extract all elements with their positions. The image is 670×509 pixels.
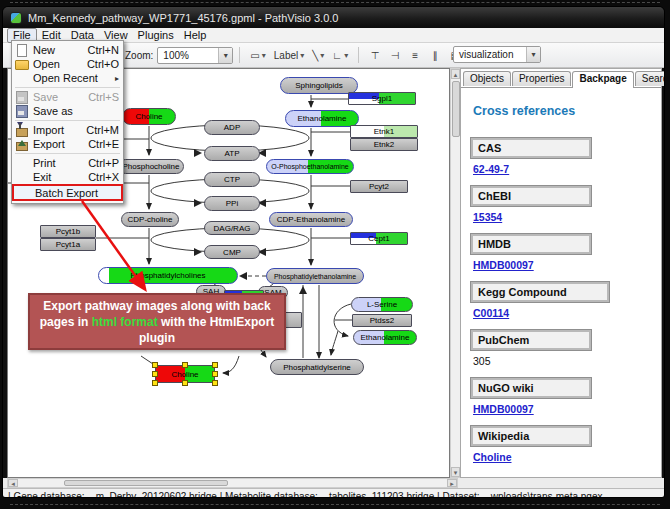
pathway-node-phosphatidylcholines[interactable]: Phosphatidylcholines	[98, 267, 238, 284]
file-menu-item-batch-export[interactable]: Batch Export	[12, 184, 123, 201]
file-menu-item-exit[interactable]: ExitCtrl+X	[12, 170, 123, 184]
no-icon	[17, 187, 31, 199]
pathway-node-cdp-choline[interactable]: CDP-choline	[121, 212, 179, 227]
selection-handle[interactable]	[212, 362, 218, 368]
saveas-icon	[15, 105, 29, 117]
menu-separator	[15, 87, 120, 88]
chevron-down-icon[interactable]: ▾	[262, 51, 266, 60]
datanode-tool[interactable]: ▭▾	[247, 46, 268, 64]
title-bar[interactable]: Mm_Kennedy_pathway_WP1771_45176.gpml - P…	[3, 7, 664, 28]
scroll-down-icon[interactable]: ▾	[451, 467, 460, 477]
pathway-node-cmp[interactable]: CMP	[204, 245, 260, 259]
pathway-node-adp[interactable]: ADP	[204, 120, 260, 135]
node-label: ADP	[224, 123, 240, 132]
cross-references-heading: Cross references	[473, 104, 651, 118]
pathway-node-pcyt2[interactable]: Pcyt2	[350, 180, 408, 193]
connector-tool[interactable]: ∟▾	[329, 46, 351, 64]
vertical-scroll-thumb[interactable]	[452, 81, 460, 137]
xref-link-cas[interactable]: 62-49-7	[473, 163, 651, 175]
chevron-down-icon[interactable]: ▾	[320, 51, 324, 60]
scroll-left-icon[interactable]: ◂	[8, 479, 18, 487]
pathway-node-ppi[interactable]: PPi	[204, 196, 260, 211]
selection-handle[interactable]	[182, 362, 188, 368]
file-menu-item-import[interactable]: ImportCtrl+M	[12, 123, 123, 137]
tab-objects[interactable]: Objects	[463, 71, 511, 86]
selection-handle[interactable]	[152, 362, 158, 368]
pathway-node-dag-rag[interactable]: DAG/RAG	[204, 221, 260, 235]
pathway-node-phosphocholine[interactable]: Phosphocholine	[118, 159, 184, 174]
pathway-node-o-phosphoethanolamine[interactable]: O-Phosphoethanolamine	[266, 159, 354, 174]
pathway-node-sphingolipids[interactable]: Sphingolipids	[280, 77, 358, 94]
file-menu-item-new[interactable]: NewCtrl+N	[12, 43, 123, 57]
node-label: Cept1	[368, 234, 389, 243]
menubar-item-plugins[interactable]: Plugins	[133, 29, 179, 42]
pathway-node-ethanolamine[interactable]: Ethanolamine	[353, 330, 417, 345]
selection-handle[interactable]	[152, 371, 158, 377]
menu-item-label: Open Recent	[33, 72, 109, 84]
pathway-node-cept1[interactable]: Cept1	[350, 232, 408, 245]
pathway-node-atp[interactable]: ATP	[204, 146, 260, 161]
xref-link-nugo-wiki[interactable]: HMDB00097	[473, 403, 651, 415]
pathway-node-pcyt1a[interactable]: Pcyt1a	[40, 238, 96, 251]
node-label: Etnk2	[374, 140, 394, 149]
pathway-node-choline[interactable]: Choline	[122, 108, 176, 125]
align-middle-icon[interactable]: ⊣	[386, 46, 404, 64]
pathway-node-l-serine[interactable]: L-Serine	[351, 297, 413, 312]
xref-link-kegg-compound[interactable]: C00114	[473, 307, 651, 319]
visualization-combobox[interactable]: visualization ▾	[453, 46, 541, 63]
horizontal-scroll-thumb[interactable]	[64, 480, 228, 486]
file-menu-item-save-as[interactable]: Save as	[12, 104, 123, 118]
line-tool[interactable]: ╲▾	[309, 46, 327, 64]
cross-references-list: CAS62-49-7ChEBI15354HMDBHMDB00097Kegg Co…	[471, 138, 651, 463]
tab-backpage[interactable]: Backpage	[572, 71, 633, 88]
scroll-right-icon[interactable]: ▸	[447, 479, 457, 487]
xref-link-chebi[interactable]: 15354	[473, 211, 651, 223]
pathway-node-ptdss2[interactable]: Ptdss2	[352, 314, 412, 327]
canvas-horizontal-scrollbar[interactable]: ◂ ▸	[7, 478, 458, 488]
scroll-up-icon[interactable]: ▴	[451, 69, 460, 79]
selection-handle[interactable]	[152, 380, 158, 386]
align-center-icon[interactable]: ⊤	[366, 46, 384, 64]
chevron-down-icon[interactable]: ▾	[218, 48, 232, 63]
stack-rows-icon[interactable]: ≡	[406, 46, 424, 64]
pathway-node-sgpl1[interactable]: Sgpl1	[348, 92, 416, 105]
chevron-down-icon[interactable]: ▾	[344, 51, 348, 60]
file-menu-item-save[interactable]: SaveCtrl+S	[12, 90, 123, 104]
pathway-node-cdp-ethanolamine[interactable]: CDP-Ethanolamine	[269, 212, 353, 227]
zoom-combobox[interactable]: 100% ▾	[157, 47, 233, 64]
node-label: Phosphocholine	[123, 162, 180, 171]
node-label: Pcyt1a	[56, 240, 80, 249]
selection-handle[interactable]	[212, 380, 218, 386]
chevron-down-icon[interactable]: ▾	[300, 51, 304, 60]
file-menu-item-open-recent[interactable]: Open Recent▸	[12, 71, 123, 85]
pathway-node-phosphatidylserine[interactable]: Phosphatidylserine	[270, 359, 364, 375]
pathway-node-etnk1[interactable]: Etnk1	[350, 125, 418, 138]
pathway-node-phosphatidylethanolamine[interactable]: Phosphatidylethanolamine	[266, 268, 364, 284]
stack-columns-icon[interactable]: ∥	[426, 46, 444, 64]
menubar-item-help[interactable]: Help	[179, 29, 212, 42]
label-tool[interactable]: Label▾	[271, 46, 307, 64]
pathway-node-ethanolamine[interactable]: Ethanolamine	[285, 110, 359, 127]
file-menu-item-open[interactable]: OpenCtrl+O	[12, 57, 123, 71]
node-label: Ethanolamine	[361, 333, 410, 342]
annotation-callout: Export pathway images along with back pa…	[28, 293, 286, 350]
xref-link-wikipedia[interactable]: Choline	[473, 451, 651, 463]
tab-properties[interactable]: Properties	[512, 71, 572, 86]
chevron-down-icon[interactable]: ▾	[526, 47, 540, 62]
tab-search[interactable]: Search	[635, 71, 665, 86]
menu-item-label: Open	[33, 58, 81, 70]
side-panel: ObjectsPropertiesBackpageSearchLegend Cr…	[460, 68, 662, 478]
pathway-node-etnk2[interactable]: Etnk2	[350, 138, 418, 151]
file-menu-item-print[interactable]: PrintCtrl+P	[12, 156, 123, 170]
selection-handle[interactable]	[182, 380, 188, 386]
toolbar-separator	[358, 47, 359, 63]
pathway-node-ctp[interactable]: CTP	[204, 172, 260, 187]
xref-header-kegg-compound: Kegg Compound	[471, 282, 609, 302]
file-menu-item-export[interactable]: ExportCtrl+E	[12, 137, 123, 151]
pathway-node-pcyt1b[interactable]: Pcyt1b	[40, 225, 96, 238]
screen-artifact-top	[10, 2, 660, 3]
xref-link-hmdb[interactable]: HMDB00097	[473, 259, 651, 271]
node-label: Ethanolamine	[298, 114, 347, 123]
selection-handle[interactable]	[212, 371, 218, 377]
no-icon	[15, 72, 29, 84]
